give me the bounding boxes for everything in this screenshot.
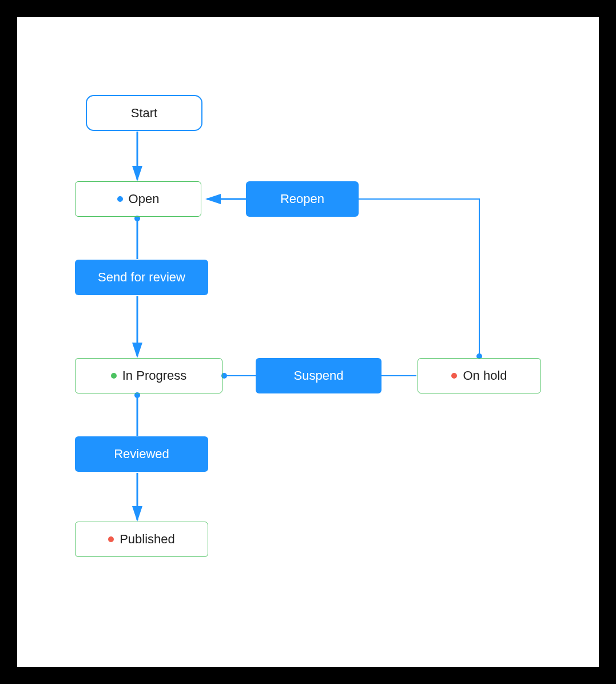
start-node: Start xyxy=(86,95,202,131)
state-in-progress: In Progress xyxy=(75,358,222,393)
action-reviewed-label: Reviewed xyxy=(114,447,169,462)
state-on-hold-label: On hold xyxy=(463,368,507,383)
status-dot-blue-icon xyxy=(117,196,123,202)
action-send-for-review-label: Send for review xyxy=(98,270,185,285)
status-dot-green-icon xyxy=(111,373,117,379)
action-send-for-review[interactable]: Send for review xyxy=(75,260,208,295)
status-dot-red-icon xyxy=(108,536,114,542)
state-published-label: Published xyxy=(120,532,175,547)
action-suspend-label: Suspend xyxy=(294,368,344,383)
start-label: Start xyxy=(131,106,157,121)
state-on-hold: On hold xyxy=(418,358,541,393)
state-in-progress-label: In Progress xyxy=(122,368,187,383)
action-reviewed[interactable]: Reviewed xyxy=(75,436,208,472)
flow-diagram: Start Open Reopen Send for review In Pro… xyxy=(17,17,599,667)
state-published: Published xyxy=(75,522,208,557)
action-suspend[interactable]: Suspend xyxy=(256,358,381,393)
status-dot-red-icon xyxy=(451,373,457,379)
state-open: Open xyxy=(75,181,201,217)
action-reopen-label: Reopen xyxy=(280,192,324,206)
action-reopen[interactable]: Reopen xyxy=(246,181,359,217)
state-open-label: Open xyxy=(129,192,160,206)
